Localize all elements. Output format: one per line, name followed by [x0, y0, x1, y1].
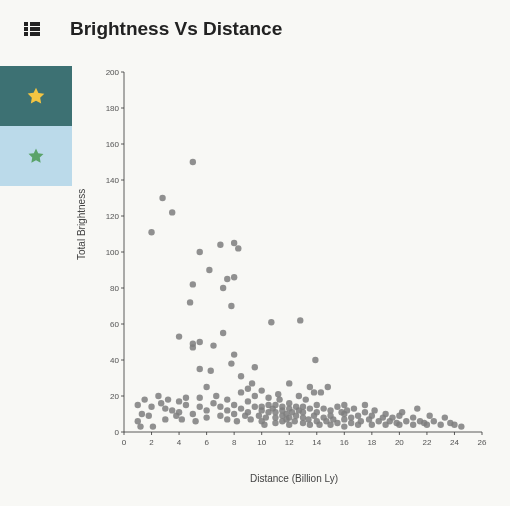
svg-point-74 [183, 402, 189, 408]
svg-point-106 [228, 360, 234, 366]
sidebar [0, 66, 72, 186]
svg-text:10: 10 [257, 438, 266, 447]
svg-point-102 [224, 416, 230, 422]
svg-point-205 [369, 413, 375, 419]
svg-point-76 [187, 299, 193, 305]
svg-text:6: 6 [204, 438, 209, 447]
svg-point-119 [245, 386, 251, 392]
svg-point-120 [245, 409, 251, 415]
svg-text:8: 8 [232, 438, 237, 447]
svg-point-190 [341, 423, 347, 429]
svg-point-187 [334, 420, 340, 426]
swatch-star-light[interactable] [0, 126, 72, 186]
view-list-icon[interactable] [24, 22, 42, 36]
svg-text:20: 20 [110, 392, 119, 401]
svg-point-136 [268, 319, 274, 325]
svg-point-225 [431, 418, 437, 424]
svg-point-147 [279, 404, 285, 410]
svg-point-126 [256, 413, 262, 419]
svg-point-129 [258, 404, 264, 410]
svg-point-216 [399, 409, 405, 415]
svg-point-80 [190, 341, 196, 347]
svg-point-93 [210, 400, 216, 406]
svg-text:140: 140 [106, 176, 120, 185]
svg-text:22: 22 [422, 438, 431, 447]
svg-point-183 [327, 422, 333, 428]
svg-point-71 [176, 409, 182, 415]
svg-point-64 [162, 416, 168, 422]
svg-text:2: 2 [149, 438, 154, 447]
svg-point-165 [300, 404, 306, 410]
svg-point-227 [442, 414, 448, 420]
svg-text:100: 100 [106, 248, 120, 257]
svg-point-220 [414, 405, 420, 411]
svg-point-109 [231, 351, 237, 357]
svg-point-55 [139, 411, 145, 417]
star-icon [26, 86, 46, 106]
svg-point-123 [252, 404, 258, 410]
svg-text:60: 60 [110, 320, 119, 329]
svg-point-219 [410, 414, 416, 420]
svg-point-90 [203, 407, 209, 413]
svg-point-132 [263, 414, 269, 420]
svg-text:16: 16 [340, 438, 349, 447]
svg-point-172 [311, 389, 317, 395]
svg-point-81 [190, 411, 196, 417]
svg-point-125 [252, 393, 258, 399]
svg-point-53 [135, 402, 141, 408]
svg-point-167 [305, 416, 311, 422]
svg-point-84 [197, 395, 203, 401]
svg-point-202 [362, 402, 368, 408]
svg-point-118 [245, 398, 251, 404]
svg-point-89 [203, 414, 209, 420]
svg-point-98 [217, 242, 223, 248]
svg-point-97 [217, 404, 223, 410]
svg-point-75 [183, 395, 189, 401]
svg-point-68 [169, 209, 175, 215]
svg-point-193 [341, 402, 347, 408]
svg-point-154 [286, 380, 292, 386]
svg-point-107 [231, 240, 237, 246]
svg-point-111 [231, 402, 237, 408]
svg-point-54 [137, 423, 143, 429]
svg-point-73 [179, 416, 185, 422]
svg-point-92 [208, 368, 214, 374]
svg-point-115 [238, 389, 244, 395]
y-axis-title: Total Brightness [76, 189, 87, 260]
svg-text:20: 20 [395, 438, 404, 447]
svg-point-52 [135, 418, 141, 424]
svg-point-66 [165, 396, 171, 402]
svg-point-135 [265, 395, 271, 401]
svg-point-65 [162, 405, 168, 411]
svg-point-188 [334, 404, 340, 410]
svg-point-95 [213, 393, 219, 399]
svg-text:120: 120 [106, 212, 120, 221]
svg-point-229 [451, 422, 457, 428]
svg-point-140 [272, 409, 278, 415]
svg-point-131 [261, 422, 267, 428]
svg-text:12: 12 [285, 438, 294, 447]
svg-point-212 [389, 414, 395, 420]
svg-point-160 [296, 393, 302, 399]
svg-point-196 [348, 414, 354, 420]
svg-point-59 [150, 423, 156, 429]
svg-point-57 [146, 413, 152, 419]
svg-point-143 [276, 396, 282, 402]
svg-point-224 [426, 413, 432, 419]
svg-point-63 [158, 400, 164, 406]
svg-point-204 [369, 422, 375, 428]
swatch-star-dark[interactable] [0, 66, 72, 126]
svg-point-82 [192, 418, 198, 424]
svg-text:26: 26 [478, 438, 487, 447]
svg-point-61 [159, 195, 165, 201]
svg-point-230 [458, 423, 464, 429]
svg-point-105 [228, 303, 234, 309]
svg-point-110 [231, 411, 237, 417]
svg-point-114 [238, 405, 244, 411]
svg-point-206 [371, 407, 377, 413]
svg-point-177 [316, 422, 322, 428]
svg-point-201 [362, 409, 368, 415]
svg-point-142 [275, 391, 281, 397]
svg-text:40: 40 [110, 356, 119, 365]
svg-point-197 [351, 405, 357, 411]
